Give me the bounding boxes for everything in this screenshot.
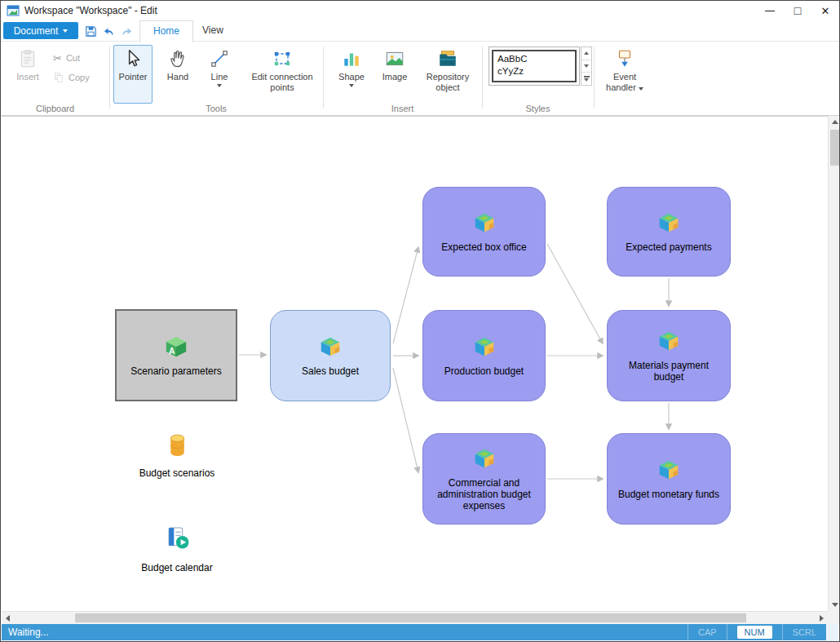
edit-connection-points-button[interactable]: Edit connection points [242,45,322,104]
hand-tool-button[interactable]: Hand [158,45,197,104]
maximize-button[interactable]: □ [784,1,811,20]
node-label: Materials payment budget [616,360,722,383]
gallery-more-button[interactable] [581,73,591,85]
pointer-label: Pointer [119,72,148,82]
event-handler-icon [614,48,635,69]
group-label-styles: Styles [482,104,594,113]
image-label: Image [382,72,408,82]
styles-gallery-scroll [581,46,592,86]
titlebar: Workspace "Workspace" - Edit — □ ✕ [1,1,839,20]
event-handler-button[interactable]: Event handler [599,45,650,104]
undo-button[interactable] [100,23,117,39]
app-icon [7,4,20,17]
cube-icon [472,334,497,359]
diagram-node-production-budget[interactable]: Production budget [422,310,546,401]
scroll-left-button[interactable] [2,612,14,625]
calendar-icon[interactable] [166,525,191,551]
cut-button[interactable]: ✂ Cut [53,50,80,66]
chevron-right-icon [820,615,824,622]
gallery-scroll-down-button[interactable] [581,60,591,73]
image-button[interactable]: Image [375,45,414,104]
copy-button[interactable]: Copy [53,69,90,86]
diagram-node-commercial-admin-budget-expenses[interactable]: Commercial and administration budget exp… [422,433,546,525]
window-controls: — □ ✕ [756,1,839,20]
gallery-scroll-up-button[interactable] [581,47,591,60]
node-label: Budget monetary funds [618,489,719,500]
status-message: Waiting... [8,627,49,638]
vertical-scroll-thumb[interactable] [830,130,839,166]
tab-home[interactable]: Home [139,20,193,42]
scroll-down-button[interactable] [829,599,840,611]
document-menu-button[interactable]: Document [3,22,78,39]
budget-calendar-label: Budget calendar [116,562,238,573]
image-icon [384,48,405,69]
group-label-tools: Tools [109,104,323,113]
budget-scenarios-label: Budget scenarios [116,467,238,479]
scroll-up-button[interactable] [829,116,840,128]
chevron-down-icon [832,603,838,607]
chevron-down-icon [639,87,643,91]
node-label: Commercial and administration budget exp… [431,477,537,511]
insert-paste-button[interactable]: Insert [9,45,46,104]
repository-object-label: Repository object [418,72,478,93]
horizontal-scrollbar[interactable] [2,611,828,624]
chevron-down-icon [217,84,222,87]
close-button[interactable]: ✕ [811,1,839,20]
tab-view[interactable]: View [189,20,237,42]
event-handler-text: Event handler [606,72,636,92]
pointer-tool-button[interactable]: Pointer [113,45,153,104]
chevron-up-icon [584,51,589,55]
cube-icon [472,210,497,235]
save-icon [84,24,98,38]
diagram-node-expected-payments[interactable]: Expected payments [607,187,731,277]
shape-icon [341,48,362,69]
app-window: Workspace "Workspace" - Edit — □ ✕ Docum… [0,0,840,642]
diagram-canvas[interactable]: Scenario parameters Sales budget Expecte… [2,116,828,611]
ribbon-tabstrip: Document Home View [1,20,839,42]
group-separator [482,46,483,108]
style-sample-line1: AaBbC [497,53,571,65]
diagram-node-sales-budget[interactable]: Sales budget [270,310,391,401]
line-tool-button[interactable]: Line [200,45,239,104]
edit-connection-points-label: Edit connection points [243,72,321,93]
diagram-node-budget-monetary-funds[interactable]: Budget monetary funds [607,433,731,525]
redo-icon [120,24,134,38]
chevron-up-icon [832,120,838,124]
hand-icon [167,48,188,69]
group-separator [109,46,110,108]
minimize-button[interactable]: — [756,1,784,20]
undo-icon [102,24,116,38]
shape-button[interactable]: Shape [331,45,372,104]
node-label: Production budget [444,365,524,377]
num-lock-indicator: NUM [727,624,782,641]
chevron-left-icon [6,615,10,622]
status-bar: Waiting... CAP NUM SCRL [2,624,838,640]
resize-grip[interactable] [826,624,838,641]
chevron-down-icon [584,64,589,68]
repository-object-button[interactable]: Repository object [417,45,479,104]
chevron-down-icon [349,84,354,87]
save-button[interactable] [82,23,99,39]
styles-gallery: AaBbC cYyZz [489,46,580,86]
shape-label: Shape [338,72,365,82]
repository-object-icon [437,48,458,69]
paste-icon [17,48,38,69]
vertical-scrollbar[interactable] [828,116,840,611]
group-label-clipboard: Clipboard [1,104,109,113]
document-menu-label: Document [14,25,59,37]
edit-connection-points-icon [272,48,293,69]
diagram-node-scenario-parameters[interactable]: Scenario parameters [115,309,237,401]
chevron-down-icon [63,29,68,33]
node-label: Expected box office [441,241,527,253]
hand-label: Hand [167,72,188,82]
redo-button[interactable] [118,23,135,39]
num-lock-pill: NUM [737,626,772,639]
group-separator [594,46,595,108]
diagram-node-materials-payment-budget[interactable]: Materials payment budget [607,310,731,401]
style-sample-item[interactable]: AaBbC cYyZz [492,50,577,82]
diagram-node-expected-box-office[interactable]: Expected box office [422,187,546,277]
line-label: Line [211,72,228,82]
horizontal-scroll-thumb[interactable] [75,613,746,622]
database-icon[interactable] [167,433,188,458]
cube-icon [472,446,497,471]
